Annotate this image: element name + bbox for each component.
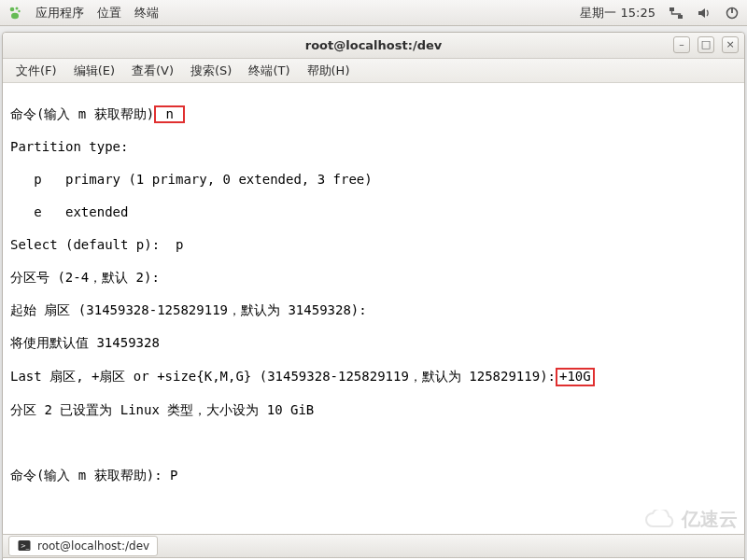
window-title: root@localhost:/dev <box>305 38 443 52</box>
line-ptype-e: e extended <box>10 204 737 221</box>
minimize-button[interactable]: – <box>673 36 690 53</box>
close-button[interactable]: × <box>722 36 739 53</box>
fdisk-prompt: 命令(输入 m 获取帮助) <box>10 106 154 121</box>
highlight-cmd-n: n <box>154 105 185 123</box>
volume-icon[interactable] <box>697 6 712 21</box>
watermark: 亿速云 <box>644 507 738 532</box>
top-panel: 应用程序 位置 终端 星期一 15:25 <box>0 0 747 26</box>
network-icon[interactable] <box>669 6 684 21</box>
line-ptype-p: p primary (1 primary, 0 extended, 3 free… <box>10 172 737 189</box>
watermark-text: 亿速云 <box>682 507 738 532</box>
line-lastsec: Last 扇区, +扇区 or +size{K,M,G} (31459328-1… <box>10 369 556 384</box>
menu-terminal-launcher[interactable]: 终端 <box>134 5 159 21</box>
menu-view[interactable]: 查看(V) <box>124 60 181 82</box>
power-icon[interactable] <box>725 6 740 21</box>
line-ptype-hdr: Partition type: <box>10 139 737 156</box>
svg-rect-5 <box>678 15 683 19</box>
svg-point-3 <box>11 12 19 19</box>
terminal-icon: >_ <box>17 539 32 553</box>
line-setline: 分区 2 已设置为 Linux 类型，大小设为 10 GiB <box>10 402 737 419</box>
svg-point-2 <box>18 9 20 11</box>
terminal-output[interactable]: 命令(输入 m 获取帮助) n Partition type: p primar… <box>3 83 744 560</box>
svg-rect-4 <box>669 7 674 11</box>
maximize-button[interactable]: □ <box>698 36 714 53</box>
gnome-foot-icon <box>7 6 22 21</box>
line-partnum: 分区号 (2-4，默认 2): <box>10 270 737 287</box>
highlight-plus10g: +10G <box>556 368 595 385</box>
line-usedef: 将使用默认值 31459328 <box>10 335 737 352</box>
line-select: Select (default p): p <box>10 237 737 254</box>
menu-edit[interactable]: 编辑(E) <box>66 60 122 82</box>
menu-terminal[interactable]: 终端(T) <box>241 60 297 82</box>
line-prompt-P: 命令(输入 m 获取帮助): P <box>10 468 737 484</box>
titlebar[interactable]: root@localhost:/dev – □ × <box>3 33 744 59</box>
svg-text:>_: >_ <box>21 542 30 550</box>
taskbar: >_ root@localhost:/dev <box>2 534 745 558</box>
task-entry-terminal[interactable]: >_ root@localhost:/dev <box>8 536 158 556</box>
line-firstsec: 起始 扇区 (31459328-125829119，默认为 31459328): <box>10 302 737 319</box>
menu-file[interactable]: 文件(F) <box>8 60 64 82</box>
menu-places[interactable]: 位置 <box>97 5 121 21</box>
menu-help[interactable]: 帮助(H) <box>300 60 358 82</box>
svg-point-0 <box>10 7 15 11</box>
clock[interactable]: 星期一 15:25 <box>580 5 655 21</box>
svg-point-1 <box>16 7 19 9</box>
menu-applications[interactable]: 应用程序 <box>35 5 84 21</box>
menu-search[interactable]: 搜索(S) <box>183 60 239 82</box>
menubar: 文件(F) 编辑(E) 查看(V) 搜索(S) 终端(T) 帮助(H) <box>3 59 744 83</box>
task-entry-label: root@localhost:/dev <box>37 539 149 553</box>
terminal-window: root@localhost:/dev – □ × 文件(F) 编辑(E) 查看… <box>2 32 745 560</box>
